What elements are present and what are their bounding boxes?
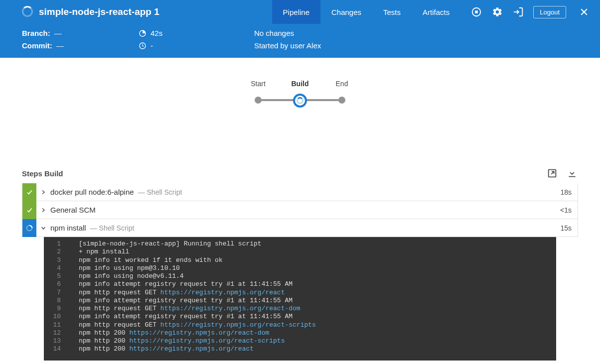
commit-value: — [56, 41, 64, 50]
console-line: 4npm info using npm@3.10.10 [44, 264, 556, 272]
stage-node-icon [338, 97, 345, 104]
line-text: npm info attempt registry request try #1… [70, 313, 293, 321]
console-line: 3npm info it worked if it ends with ok [44, 256, 556, 264]
console-url[interactable]: https://registry.npmjs.org/react [160, 289, 285, 296]
line-text: + npm install [70, 248, 129, 256]
stage-node-running-icon [293, 94, 307, 108]
commit-label: Commit: [22, 41, 52, 50]
console-line: 14npm http 200 https://registry.npmjs.or… [44, 345, 556, 353]
line-number: 6 [44, 280, 70, 288]
line-number: 2 [44, 248, 70, 256]
status-success-icon [22, 201, 36, 219]
clock-icon [139, 42, 147, 50]
stage-label: Build [292, 80, 309, 88]
header-tabs: Pipeline Changes Tests Artifacts [272, 0, 461, 24]
tab-artifacts[interactable]: Artifacts [412, 0, 460, 24]
console-line: 6npm info attempt registry request try #… [44, 280, 556, 288]
step-name: General SCM [50, 206, 96, 214]
line-number: 1 [44, 240, 70, 248]
stop-build-icon[interactable] [470, 6, 482, 18]
line-text: npm http request GET https://registry.np… [70, 321, 316, 329]
chevron-right-icon[interactable] [36, 207, 50, 213]
tab-pipeline[interactable]: Pipeline [272, 0, 320, 24]
svg-rect-1 [475, 10, 478, 13]
console-url[interactable]: https://registry.npmjs.org/react-scripts [160, 321, 316, 329]
line-number: 12 [44, 329, 70, 337]
console-url[interactable]: https://registry.npmjs.org/react [129, 345, 254, 353]
header-actions: Logout [460, 6, 600, 18]
status-success-icon [22, 183, 36, 201]
console-url[interactable]: https://registry.npmjs.org/react-scripts [129, 337, 285, 345]
build-status-spinner-icon [22, 6, 33, 17]
step-duration: <1s [560, 206, 578, 214]
console-line: 11npm http request GET https://registry.… [44, 321, 556, 329]
finished-value: - [150, 41, 153, 50]
line-number: 13 [44, 337, 70, 345]
step-name: npm install [50, 224, 86, 232]
console-line: 1[simple-node-js-react-app] Running shel… [44, 240, 556, 248]
steps-title: Steps Build [22, 169, 63, 178]
logout-button[interactable]: Logout [533, 6, 566, 18]
console-url[interactable]: https://registry.npmjs.org/react-dom [129, 329, 269, 337]
step-row[interactable]: docker pull node:6-alpine — Shell Script… [22, 183, 578, 201]
header-bar: simple-node-js-react-app 1 Pipeline Chan… [0, 0, 600, 24]
line-number: 14 [44, 345, 70, 353]
line-text: npm http request GET https://registry.np… [70, 305, 300, 313]
settings-gear-icon[interactable] [491, 6, 503, 18]
duration-value: 42s [150, 29, 162, 37]
line-number: 7 [44, 289, 70, 297]
branch-label: Branch: [22, 29, 50, 37]
duration-icon [139, 29, 147, 37]
open-external-icon[interactable] [546, 167, 558, 179]
line-number: 11 [44, 321, 70, 329]
stage-label: Start [251, 80, 266, 88]
run-info-bar: Branch: — Commit: — 42s - No changes Sta… [0, 24, 600, 58]
line-text: [simple-node-js-react-app] Running shell… [70, 240, 262, 248]
line-number: 4 [44, 264, 70, 272]
stage-label: End [336, 80, 348, 88]
console-line: 8npm info attempt registry request try #… [44, 297, 556, 305]
steps-section: Steps Build docker pull node:6-alpine — … [0, 167, 600, 361]
line-number: 5 [44, 272, 70, 280]
step-row[interactable]: General SCM <1s [22, 201, 578, 219]
line-text: npm http 200 https://registry.npmjs.org/… [70, 345, 254, 353]
line-number: 3 [44, 256, 70, 264]
line-text: npm http 200 https://registry.npmjs.org/… [70, 329, 269, 337]
stage-build[interactable]: Build [279, 80, 321, 108]
line-text: npm http request GET https://registry.np… [70, 289, 285, 297]
line-text: npm info attempt registry request try #1… [70, 297, 293, 305]
branch-value: — [54, 29, 62, 37]
step-duration: 18s [560, 188, 578, 196]
exit-icon[interactable] [512, 6, 524, 18]
console-line: 7npm http request GET https://registry.n… [44, 289, 556, 297]
console-url[interactable]: https://registry.npmjs.org/react-dom [160, 305, 300, 312]
step-subtitle: — Shell Script [138, 188, 182, 196]
step-subtitle: — Shell Script [90, 224, 135, 232]
stage-node-icon [255, 97, 262, 104]
close-icon[interactable] [578, 6, 590, 18]
line-text: npm info it worked if it ends with ok [70, 256, 223, 264]
console-line: 2+ npm install [44, 248, 556, 256]
console-line: 13npm http 200 https://registry.npmjs.or… [44, 337, 556, 345]
tab-changes[interactable]: Changes [320, 0, 372, 24]
chevron-down-icon[interactable] [36, 225, 50, 231]
console-line: 5npm info using node@v6.11.4 [44, 272, 556, 280]
console-line: 12npm http 200 https://registry.npmjs.or… [44, 329, 556, 337]
status-running-icon [22, 219, 36, 237]
page-title: simple-node-js-react-app 1 [39, 6, 159, 17]
line-number: 8 [44, 297, 70, 305]
pipeline-graph: Start Build End [0, 58, 600, 167]
changes-text: No changes [254, 29, 294, 37]
line-text: npm info using npm@3.10.10 [70, 264, 180, 272]
started-by-text: Started by user Alex [254, 41, 321, 50]
download-icon[interactable] [566, 167, 578, 179]
tab-tests[interactable]: Tests [372, 0, 412, 24]
console-line: 9npm http request GET https://registry.n… [44, 305, 556, 313]
chevron-right-icon[interactable] [36, 189, 50, 195]
step-row[interactable]: npm install — Shell Script 15s [22, 219, 578, 237]
console-output: 1[simple-node-js-react-app] Running shel… [44, 237, 556, 361]
line-number: 9 [44, 305, 70, 313]
line-text: npm http 200 https://registry.npmjs.org/… [70, 337, 285, 345]
line-number: 10 [44, 313, 70, 321]
step-duration: 15s [560, 224, 578, 232]
